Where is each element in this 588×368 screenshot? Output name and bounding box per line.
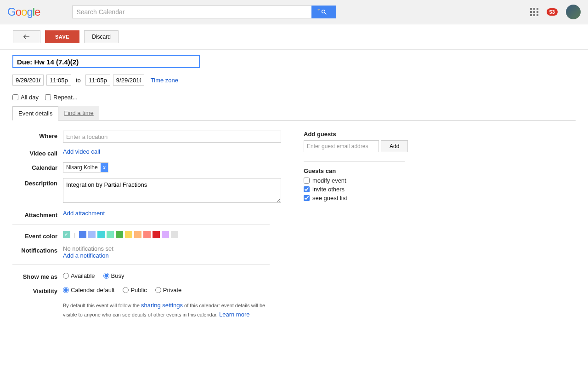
timezone-link[interactable]: Time zone bbox=[151, 77, 178, 84]
sharing-settings-link[interactable]: sharing settings bbox=[141, 302, 183, 309]
vis-default-radio[interactable]: Calendar default bbox=[63, 287, 114, 293]
all-day-checkbox[interactable]: All day bbox=[12, 94, 39, 101]
color-swatch[interactable] bbox=[63, 231, 70, 238]
vis-private-radio[interactable]: Private bbox=[155, 287, 181, 293]
vis-default-label: Calendar default bbox=[71, 287, 114, 293]
search-icon bbox=[321, 9, 328, 16]
google-logo[interactable]: Google bbox=[7, 6, 40, 18]
video-call-label: Video call bbox=[12, 148, 63, 157]
search-button[interactable] bbox=[311, 6, 336, 18]
vis-public-radio[interactable]: Public bbox=[123, 287, 147, 293]
notifications-badge[interactable]: 53 bbox=[547, 8, 558, 16]
notifications-label: Notifications bbox=[12, 245, 63, 259]
available-label: Available bbox=[71, 272, 95, 279]
attachment-label: Attachment bbox=[12, 210, 63, 218]
see-guest-list-label: see guest list bbox=[312, 195, 347, 201]
repeat-label: Repeat... bbox=[53, 94, 78, 101]
end-time-input[interactable] bbox=[85, 75, 110, 86]
invite-others-label: invite others bbox=[312, 186, 345, 193]
color-swatch[interactable] bbox=[97, 231, 105, 238]
description-textarea[interactable]: Integration by Partial Fractions bbox=[63, 178, 281, 203]
all-day-label: All day bbox=[21, 94, 39, 101]
where-input[interactable] bbox=[63, 131, 281, 143]
divider bbox=[12, 264, 270, 265]
back-button[interactable] bbox=[13, 30, 40, 43]
left-column: Where Video call Add video call Calendar… bbox=[12, 131, 282, 319]
start-date-input[interactable] bbox=[12, 75, 44, 86]
end-date-input[interactable] bbox=[113, 75, 144, 86]
busy-label: Busy bbox=[111, 272, 124, 279]
divider: | bbox=[74, 231, 75, 238]
see-guest-list-checkbox[interactable]: see guest list bbox=[304, 195, 405, 201]
tab-find-time[interactable]: Find a time bbox=[58, 106, 99, 120]
vis-public-label: Public bbox=[130, 287, 147, 293]
apps-icon[interactable] bbox=[530, 8, 538, 16]
available-radio[interactable]: Available bbox=[63, 272, 95, 279]
color-swatch[interactable] bbox=[134, 231, 141, 238]
avatar[interactable] bbox=[566, 5, 581, 19]
action-bar: SAVE Discard bbox=[0, 24, 588, 50]
color-swatch[interactable] bbox=[88, 231, 96, 238]
visibility-label: Visibility bbox=[12, 286, 63, 294]
to-label: to bbox=[76, 77, 81, 84]
color-label: Event color bbox=[12, 231, 63, 240]
color-swatch[interactable] bbox=[162, 231, 169, 238]
add-notification-link[interactable]: Add a notification bbox=[63, 252, 282, 259]
color-swatches: | bbox=[63, 231, 282, 238]
save-button[interactable]: SAVE bbox=[45, 30, 79, 43]
right-column: Add guests Add Guests can modify event i… bbox=[304, 131, 405, 319]
description-label: Description bbox=[12, 178, 63, 204]
color-swatch[interactable] bbox=[116, 231, 123, 238]
add-guests-title: Add guests bbox=[304, 131, 405, 138]
calendar-label: Calendar bbox=[12, 162, 63, 172]
add-video-call-link[interactable]: Add video call bbox=[63, 148, 100, 155]
modify-event-checkbox[interactable]: modify event bbox=[304, 177, 405, 184]
tab-event-details[interactable]: Event details bbox=[12, 106, 58, 121]
showas-label: Show me as bbox=[12, 271, 63, 280]
calendar-select[interactable]: Nisarg Kolhe bbox=[63, 162, 108, 172]
no-notifications-text: No notifications set bbox=[63, 245, 282, 252]
where-label: Where bbox=[12, 131, 63, 143]
divider bbox=[304, 161, 405, 162]
visibility-footnote: By default this event will follow the sh… bbox=[63, 301, 274, 319]
color-swatch[interactable] bbox=[171, 231, 178, 238]
color-swatch[interactable] bbox=[79, 231, 86, 238]
invite-others-checkbox[interactable]: invite others bbox=[304, 186, 405, 193]
guest-email-input[interactable] bbox=[304, 140, 379, 152]
content: to Time zone All day Repeat... Event det… bbox=[0, 50, 588, 324]
vis-private-label: Private bbox=[163, 287, 181, 293]
search-input[interactable] bbox=[72, 6, 311, 18]
tabs: Event details Find a time bbox=[12, 106, 576, 121]
color-swatch[interactable] bbox=[107, 231, 114, 238]
form-area: Where Video call Add video call Calendar… bbox=[12, 131, 576, 319]
learn-more-link[interactable]: Learn more bbox=[219, 311, 249, 318]
select-arrow-icon bbox=[101, 163, 108, 172]
add-guest-button[interactable]: Add bbox=[381, 140, 408, 152]
datetime-row: to Time zone bbox=[12, 75, 576, 86]
guests-can-title: Guests can bbox=[304, 167, 405, 174]
header-right: 53 bbox=[530, 5, 581, 19]
discard-button[interactable]: Discard bbox=[84, 30, 119, 43]
repeat-checkbox[interactable]: Repeat... bbox=[45, 94, 78, 101]
search-box bbox=[72, 6, 336, 18]
color-swatch[interactable] bbox=[153, 231, 160, 238]
color-swatch[interactable] bbox=[125, 231, 132, 238]
back-arrow-icon bbox=[23, 34, 31, 40]
divider bbox=[12, 224, 270, 224]
event-title-input[interactable] bbox=[12, 55, 200, 68]
start-time-input[interactable] bbox=[46, 75, 71, 86]
calendar-value: Nisarg Kolhe bbox=[63, 164, 101, 171]
options-row: All day Repeat... bbox=[12, 94, 576, 101]
modify-event-label: modify event bbox=[312, 177, 346, 184]
search-dropdown-icon[interactable] bbox=[317, 9, 321, 11]
busy-radio[interactable]: Busy bbox=[103, 272, 124, 279]
app-header: Google 53 bbox=[0, 0, 588, 24]
add-attachment-link[interactable]: Add attachment bbox=[63, 210, 105, 217]
color-swatch[interactable] bbox=[143, 231, 151, 238]
